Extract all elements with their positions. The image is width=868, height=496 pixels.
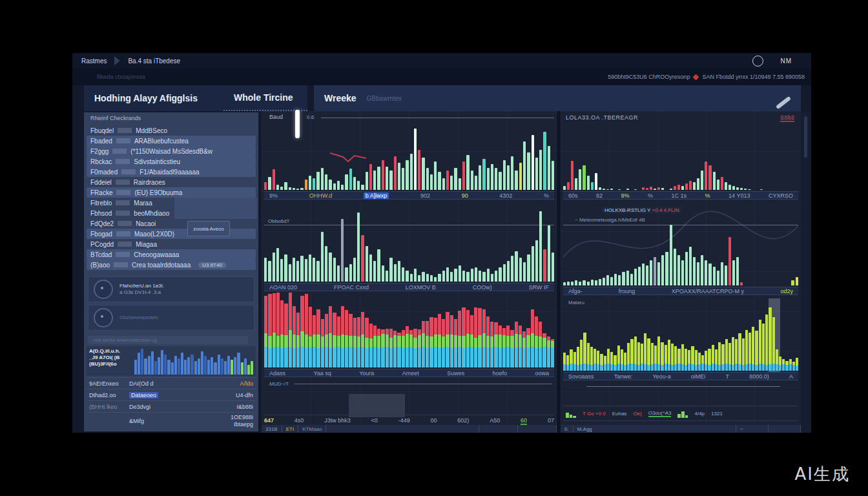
item-chip xyxy=(116,138,130,143)
chart-a-value: 0.6 xyxy=(307,114,314,120)
chart-a-reference-line xyxy=(321,118,554,118)
breadcrumb-page[interactable]: Ba.4 sta iTbedese xyxy=(128,57,180,65)
table-row[interactable]: &Mifg 1OE988iIbtaepg xyxy=(87,412,256,429)
chart-c-plot[interactable] xyxy=(264,293,554,367)
sidebar-list: FbuqdelMddBSeco FbadedARABluebufcustea F… xyxy=(87,125,256,270)
watermark: AI生成 xyxy=(795,463,850,486)
sidebar-item[interactable]: FbadedARABluebufcustea xyxy=(87,136,256,146)
chart-b-plot[interactable]: Obbo6dT xyxy=(264,202,554,282)
sidebar-item[interactable]: F0madedF1/Abaidadl9aaaaaa xyxy=(87,167,256,177)
sidebar-table: 9AErEnxeo DAI(Od d A/ldo Dthad2.oo Datae… xyxy=(87,377,256,429)
right-panel: LOLA33.OA .TBEREAGR SSb2 60s 62 9% % 1C … xyxy=(561,111,801,433)
item-badge: U3 6T40 xyxy=(198,262,226,268)
sidebar-item[interactable]: FRacke(EU) E9Obuuma xyxy=(87,187,256,198)
item-chip xyxy=(121,169,136,174)
item-chip xyxy=(116,180,130,185)
sidebar-mini-chart-block: A(D.Q.i/l.u.h. _J9 A7Oi( (B (BU)3F/l(6o xyxy=(87,346,256,376)
disc-icon xyxy=(94,280,113,299)
user-initials[interactable]: NM xyxy=(780,57,792,65)
sidebar-card[interactable]: Gbzowwwpsdetv xyxy=(88,305,254,331)
right-summary-row: T Go +0 0 Euhas Oe) O3ou(^A3 4/4p 1321 xyxy=(563,406,798,421)
breadcrumb-home[interactable]: Rastmes xyxy=(81,57,107,65)
center-footer-bar: 331B ETI KTMaao xyxy=(262,425,557,433)
sidebar-item[interactable]: FitrebloMaraa xyxy=(87,198,256,208)
item-chip xyxy=(116,231,130,236)
item-chip xyxy=(118,128,132,133)
tab-strip: Wreeke GBbawmtex xyxy=(314,85,801,111)
numbers-row: 647 4s0 J3tw bhk3 <0 -449 00 602) A50 60… xyxy=(264,415,554,425)
sidebar-item[interactable]: BTcdadCheoogawaaaa xyxy=(87,249,256,260)
sidebar-card[interactable]: Ffaho9erU.an 1a3t.a G3s DV1t-4 .3.a xyxy=(88,276,254,302)
sidebar-header: RNeinf Checkrands xyxy=(90,115,141,121)
blue-tag: Dataeoeo xyxy=(129,392,158,398)
item-chip xyxy=(116,190,130,195)
sidebar-item[interactable]: (B)aooCrea toaalrddotaaaaU3 6T40 xyxy=(87,260,256,270)
item-chip xyxy=(116,252,130,257)
center-panel: Baud 0.6 9% OHHW.d b A]iwxp 902 90 4302 … xyxy=(262,111,557,433)
table-row[interactable]: 9AErEnxeo DAI(Od d A/ldo xyxy=(87,377,256,389)
table-row[interactable]: Dthad2.oo Dataeoeo U4-dfn xyxy=(87,389,256,400)
item-chip xyxy=(116,211,130,216)
sidebar-item[interactable]: F2ggg(*1150Waisad MsSdesdB&w xyxy=(87,146,256,156)
chart-d-plot[interactable] xyxy=(563,125,798,190)
right-edge-strip xyxy=(801,111,811,433)
item-chip xyxy=(116,200,130,205)
status-left-text: 590bht9C53U6 ChROOyresonp xyxy=(608,74,690,80)
tab-bar: Hodhing Alayy Afigglsis Whole Tircine Wr… xyxy=(84,85,801,111)
top-bar: Rastmes Ba.4 sta iTbedese NM xyxy=(72,53,811,68)
scrub-selection-rect[interactable] xyxy=(349,394,405,417)
item-chip xyxy=(112,149,127,154)
status-right-text: SAN Fbotdd yrrxx 1/10948 7.55 890058 xyxy=(702,74,805,80)
ruler-line xyxy=(294,384,552,384)
sidebar-action-button[interactable]: zoosta Aveco xyxy=(187,221,230,236)
mini-chart-stats: A(D.Q.i/l.u.h. _J9 A7Oi( (B (BU)3F/l(6o xyxy=(87,346,132,376)
chart-f-axis-labels: Sovoaass Tanwe: Yeou-a oiMEi T 8000.0) A xyxy=(563,372,798,380)
tab-holding-analysis[interactable]: Hodhing Alayy Afigglsis xyxy=(84,85,223,111)
ruler-row: .MUD~/T xyxy=(268,381,552,387)
mini-bars-1 xyxy=(566,409,576,418)
status-row: filtwda ctxsajonsxa 590bht9C53U6 ChROOyr… xyxy=(72,68,811,85)
sidebar-mini-chart[interactable] xyxy=(132,346,256,376)
sidebar-item[interactable]: FbogadMaao(L2X0D) xyxy=(87,229,256,239)
chart-e-plot[interactable]: HOLKXB-RSTLIG Y +0.4 4.FLIN ~ Meteometeo… xyxy=(563,202,798,285)
chart-b-axis-labels: AOAN 020 FPOAC Cxxd LOXMOV B COOw) SRW I… xyxy=(264,283,554,291)
content-area: RNeinf Checkrands FbuqdelMddBSeco Fbaded… xyxy=(72,111,811,433)
chart-a-label: Baud xyxy=(269,114,283,120)
mini-bars-2 xyxy=(677,409,688,418)
right-footer-bar: 0. M.Agg ~ xyxy=(561,425,801,433)
chart-c-axis-labels: Adass Yaa sq Youra Ameet Suwes hoefo oow… xyxy=(264,369,554,377)
right-divider-line xyxy=(586,386,780,387)
ruler-label: .MUD~/T xyxy=(268,381,289,387)
breadcrumb-chevron-icon xyxy=(114,56,120,65)
tab-whole-tircine[interactable]: Whole Tircine xyxy=(223,85,307,111)
chart-f-label: Mataru xyxy=(568,300,584,305)
chart-e-axis-labels: Afga- froung XPOAXX/RAAATCRPO-M y od2y xyxy=(563,287,798,295)
chart-d-axis-labels: 60s 62 9% % 1C 1s % 14 Y013 CYXRSO xyxy=(563,191,798,200)
sidebar-item[interactable]: FddeielRairdraoes xyxy=(87,177,256,187)
sidebar-item[interactable]: FbhsodbeoMhdiaoo xyxy=(87,208,256,218)
avatar-icon[interactable] xyxy=(752,56,763,67)
right-chart-title: LOLA33.OA .TBEREAGR xyxy=(566,114,638,121)
table-row[interactable]: (BHHt lkeo De3dvgi I&b88i xyxy=(87,400,256,412)
sidebar-item[interactable]: FdQde2Nacaoi xyxy=(87,218,256,229)
chart-a-plot[interactable] xyxy=(264,125,554,190)
tab-hint-text: GBbawmtex xyxy=(367,95,402,102)
chart-a-axis-labels: 9% OHHW.d b A]iwxp 902 90 4302 % xyxy=(264,191,554,200)
right-chart-badge: SSb2 xyxy=(780,114,794,122)
disc-icon xyxy=(94,308,113,327)
status-note: filtwda ctxsajonsxa xyxy=(97,74,145,80)
item-chip xyxy=(118,221,132,226)
item-chip xyxy=(116,159,130,164)
alert-diamond-icon xyxy=(693,74,699,80)
chart-f-plot[interactable] xyxy=(563,306,798,371)
sidebar-item[interactable]: PCogddMiagaa xyxy=(87,239,256,249)
item-chip xyxy=(114,262,128,267)
sidebar-item[interactable]: RbckacSdivstainticstieu xyxy=(87,156,256,167)
dashboard-window: Rastmes Ba.4 sta iTbedese NM filtwda ctx… xyxy=(72,53,811,433)
scrollbar[interactable] xyxy=(804,116,807,158)
tab-wreeke[interactable]: Wreeke xyxy=(324,93,356,103)
sidebar-faint-note: rwe secta wawrotatestaa ug xyxy=(88,336,248,344)
sidebar: RNeinf Checkrands FbuqdelMddBSeco Fbaded… xyxy=(84,112,258,431)
sidebar-item[interactable]: FbuqdelMddBSeco xyxy=(87,125,256,136)
item-chip xyxy=(118,242,132,247)
